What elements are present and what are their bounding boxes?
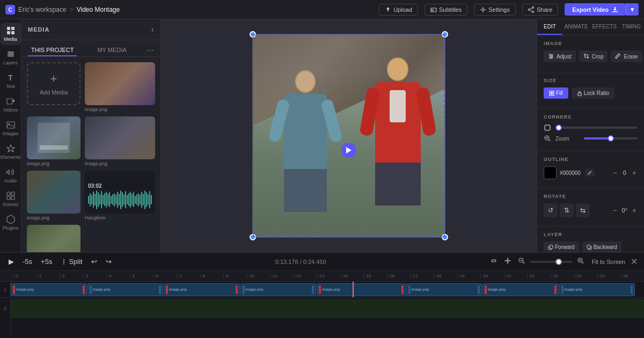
media-panel-close-button[interactable]: ‹ <box>151 25 154 34</box>
sidebar-item-images[interactable]: Images <box>1 117 21 139</box>
tab-this-project[interactable]: THIS PROJECT <box>28 45 77 56</box>
svg-point-6 <box>532 6 533 8</box>
sidebar-item-layers[interactable]: Layers <box>1 46 21 69</box>
timeline-move-button[interactable] <box>502 256 514 267</box>
outline-decrease-button[interactable]: − <box>612 168 618 177</box>
plus5-button[interactable]: +5s <box>39 256 54 267</box>
project-name[interactable]: Video Montage <box>77 6 120 13</box>
zoom-thumb[interactable] <box>555 259 562 265</box>
video-clip[interactable]: image.png <box>559 283 635 296</box>
upload-icon <box>385 6 391 13</box>
video-clip[interactable]: image.png <box>164 283 240 296</box>
audio-waveform: // Generate waveform bars inline const b… <box>88 189 152 210</box>
video-clip[interactable]: image.png <box>11 283 87 296</box>
settings-button[interactable]: Settings <box>474 4 516 16</box>
icon-sidebar: Media Layers T Text Videos Images Elemen… <box>0 19 21 252</box>
pen-icon <box>587 170 592 175</box>
video-clip[interactable]: image.png <box>406 283 482 296</box>
rotate-ccw-button[interactable]: ↺ <box>544 203 558 217</box>
sidebar-item-layers-label: Layers <box>3 60 18 65</box>
audio-clip[interactable]: let pathD = ''; for(let x=0;x<1076;x+=3)… <box>11 299 644 318</box>
elements-icon <box>6 144 16 153</box>
rotate-flip-v-button[interactable]: ⇅ <box>560 203 574 217</box>
crop-button[interactable]: Crop <box>579 50 608 62</box>
video-clip[interactable]: image.png <box>482 283 559 296</box>
sidebar-item-text[interactable]: T Text <box>1 70 21 92</box>
resize-handle-top-left[interactable] <box>250 31 256 38</box>
zoom-slider[interactable] <box>584 137 638 139</box>
close-timeline-button[interactable]: ✕ <box>631 256 638 267</box>
settings-icon <box>480 6 486 13</box>
rotate-increase-button[interactable]: + <box>631 206 638 215</box>
layer-backward-button[interactable]: Backward <box>582 241 621 252</box>
export-button[interactable]: Export Video <box>565 3 626 16</box>
play-button[interactable]: ▶ <box>6 256 16 267</box>
undo-button[interactable]: ↩ <box>89 256 99 267</box>
sidebar-item-plugins[interactable]: Plugins <box>1 211 21 234</box>
redo-button[interactable]: ↪ <box>104 256 114 267</box>
image-section-title: IMAGE <box>544 41 638 46</box>
list-item[interactable]: image.png <box>85 116 155 166</box>
export-dropdown-button[interactable]: ▾ <box>626 3 639 16</box>
corners-slider[interactable] <box>555 127 638 129</box>
list-item[interactable]: image.png <box>27 171 80 221</box>
fit-screen-button[interactable]: Fit to Screen <box>589 258 628 266</box>
zoom-slider[interactable] <box>530 261 573 263</box>
video-clip[interactable]: image.png <box>240 283 317 296</box>
media-icon <box>6 26 16 35</box>
list-item[interactable]: image.png <box>27 225 80 252</box>
video-clip[interactable]: image.png <box>87 283 164 296</box>
fill-button[interactable]: Fill <box>544 87 568 99</box>
tab-effects[interactable]: EFFECTS <box>590 19 619 35</box>
erase-button[interactable]: Erase <box>611 50 642 62</box>
minus5-button[interactable]: -5s <box>20 256 34 267</box>
crop-icon <box>583 53 590 60</box>
sidebar-item-media[interactable]: Media <box>1 23 21 45</box>
media-more-button[interactable]: ··· <box>147 46 154 55</box>
add-media-button[interactable]: + Add Media <box>27 62 80 105</box>
upload-button[interactable]: Upload <box>379 4 418 16</box>
resize-handle-top-right[interactable] <box>442 31 448 38</box>
canvas-play-button[interactable] <box>341 143 356 158</box>
split-button[interactable]: Split <box>58 256 84 267</box>
subtitles-button[interactable]: Subtitles <box>425 4 467 16</box>
video-clips-container: const clips = ['image.png','image.png','… <box>11 283 644 296</box>
tab-my-media[interactable]: MY MEDIA <box>94 45 129 56</box>
list-item[interactable]: image.png <box>85 62 155 112</box>
media-panel-title: MEDIA <box>28 26 49 33</box>
corners-section-title: Corners <box>544 114 638 120</box>
layer-forward-button[interactable]: Forward <box>544 241 579 252</box>
canvas-frame[interactable] <box>252 34 445 238</box>
main-area: Media Layers T Text Videos Images Elemen… <box>0 19 644 252</box>
sidebar-item-plugins-label: Plugins <box>3 225 19 231</box>
outline-pen-button[interactable] <box>585 169 595 177</box>
sidebar-item-scenes[interactable]: Scenes <box>1 188 21 210</box>
sidebar-item-audio[interactable]: Audio <box>1 164 21 187</box>
link-icon <box>490 257 497 264</box>
media-thumbnail <box>85 116 155 159</box>
tab-timing[interactable]: TIMING <box>619 19 644 35</box>
timeline-link-button[interactable] <box>488 256 500 267</box>
rotate-flip-h-button[interactable]: ⇆ <box>576 203 590 217</box>
resize-handle-bottom-left[interactable] <box>250 234 256 240</box>
svg-rect-26 <box>7 196 10 200</box>
rotate-decrease-button[interactable]: − <box>612 206 618 215</box>
sidebar-item-elements[interactable]: Elements <box>1 141 21 163</box>
tab-edit[interactable]: EDIT <box>537 19 562 35</box>
zoom-out-button[interactable] <box>516 256 528 267</box>
outline-color-swatch[interactable] <box>544 166 557 179</box>
zoom-in-button[interactable] <box>575 256 587 267</box>
timeline: ▶ -5s +5s Split ↩ ↪ 0:13.178 / 0:24.450 <box>0 252 644 338</box>
sidebar-item-videos[interactable]: Videos <box>1 93 21 116</box>
adjust-button[interactable]: Adjust <box>544 50 576 62</box>
video-clip[interactable]: image.png <box>317 283 405 296</box>
share-button[interactable]: Share <box>522 4 558 16</box>
play-icon <box>346 147 352 153</box>
lock-ratio-button[interactable]: Lock Ratio <box>572 87 614 99</box>
resize-handle-bottom-right[interactable] <box>442 234 448 240</box>
tab-animate[interactable]: ANIMATE <box>562 19 590 35</box>
list-item[interactable]: 03:02 // Generate waveform bars inline c… <box>85 171 155 221</box>
workspace-label[interactable]: Eric's workspace <box>18 6 67 13</box>
outline-increase-button[interactable]: + <box>631 168 638 177</box>
list-item[interactable]: image.png <box>27 116 80 166</box>
